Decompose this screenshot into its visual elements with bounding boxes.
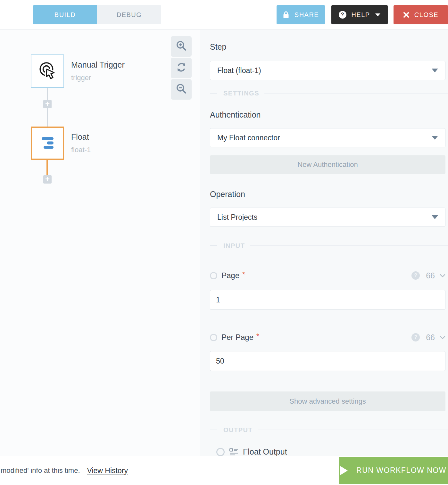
- page-help-icon[interactable]: ?: [411, 271, 420, 280]
- per-page-jsonpath-toggle[interactable]: [210, 334, 217, 341]
- divider-line: [250, 245, 448, 246]
- page-jsonpath-toggle[interactable]: [210, 272, 217, 279]
- caret-down-icon: [432, 215, 438, 219]
- chevron-down-icon[interactable]: [440, 274, 445, 277]
- share-label: SHARE: [295, 11, 319, 19]
- operation-select[interactable]: List Projects: [210, 208, 445, 227]
- main-area: Manual Trigger trigger +: [0, 30, 448, 456]
- run-workflow-now-button[interactable]: RUN WORKFLOW NOW: [339, 457, 448, 484]
- plus-icon: +: [45, 101, 50, 107]
- share-button[interactable]: SHARE: [277, 5, 325, 24]
- float-output-label: Float Output: [243, 447, 287, 456]
- connector-line-orange: [46, 160, 48, 175]
- tab-debug[interactable]: DEBUG: [97, 5, 161, 24]
- new-authentication-label: New Authentication: [297, 160, 358, 169]
- new-authentication-button[interactable]: New Authentication: [210, 155, 445, 174]
- run-workflow-label: RUN WORKFLOW NOW: [356, 466, 446, 475]
- page-type-badge: 66: [426, 271, 435, 280]
- per-page-help-icon[interactable]: ?: [411, 333, 420, 341]
- node-subtitle: trigger: [71, 74, 125, 82]
- node-title: Float: [71, 132, 91, 142]
- required-asterisk: *: [242, 270, 245, 279]
- input-section-label: INPUT: [223, 242, 245, 250]
- float-output-row[interactable]: Float Output: [216, 447, 445, 456]
- view-history-link[interactable]: View History: [87, 466, 128, 475]
- node-title: Manual Trigger: [71, 60, 125, 70]
- per-page-field-label: Per Page: [221, 333, 253, 342]
- page-input[interactable]: [210, 290, 445, 310]
- caret-down-icon: [432, 69, 438, 72]
- required-asterisk: *: [256, 332, 259, 341]
- authentication-heading: Authentication: [210, 110, 445, 119]
- operation-select-value: List Projects: [217, 213, 257, 222]
- output-section-divider: OUTPUT: [210, 426, 448, 434]
- node-float[interactable]: Float float-1: [31, 127, 91, 160]
- help-label: HELP: [351, 11, 370, 19]
- divider-line: [264, 93, 448, 94]
- manual-trigger-click-icon: [38, 61, 57, 82]
- refresh-icon: [176, 62, 187, 74]
- input-section-divider: INPUT: [210, 242, 448, 250]
- page-field-label: Page: [221, 271, 239, 280]
- lock-icon: [283, 11, 289, 19]
- chevron-down-icon[interactable]: [440, 336, 445, 339]
- show-advanced-settings-label: Show advanced settings: [289, 397, 366, 406]
- add-step-button-2[interactable]: +: [43, 175, 52, 184]
- per-page-input[interactable]: [210, 351, 445, 371]
- step-select[interactable]: Float (float-1): [210, 61, 445, 80]
- zoom-in-icon: [175, 40, 187, 53]
- workflow-builder-app: BUILD DEBUG SHARE ? HELP: [0, 0, 448, 485]
- field-row-page: Page * ? 66: [210, 271, 445, 280]
- reset-zoom-button[interactable]: [171, 58, 192, 78]
- help-button[interactable]: ? HELP: [331, 5, 388, 24]
- close-button[interactable]: CLOSE: [394, 5, 448, 24]
- output-schema-icon: [229, 448, 239, 456]
- step-properties-panel: Step Float (float-1) SETTINGS Authentica…: [200, 30, 448, 456]
- float-output-toggle[interactable]: [216, 448, 225, 456]
- step-select-value: Float (float-1): [217, 66, 261, 75]
- divider-dash: [210, 430, 217, 430]
- close-label: CLOSE: [414, 11, 438, 19]
- divider-line: [258, 430, 448, 430]
- float-node-box[interactable]: [31, 127, 64, 160]
- caret-down-icon: [375, 13, 380, 16]
- float-node-text: Float float-1: [71, 132, 91, 154]
- authentication-select-value: My Float connector: [217, 134, 280, 142]
- footer-message: modified' info at this time.: [1, 466, 80, 475]
- float-bars-icon: [38, 134, 57, 153]
- caret-down-icon: [432, 136, 438, 140]
- field-row-per-page: Per Page * ? 66: [210, 333, 445, 342]
- step-heading: Step: [210, 42, 445, 52]
- settings-section-divider: SETTINGS: [210, 89, 448, 97]
- settings-section-label: SETTINGS: [223, 90, 259, 97]
- build-debug-tab-group: BUILD DEBUG: [33, 5, 161, 24]
- manual-trigger-text: Manual Trigger trigger: [71, 60, 125, 82]
- zoom-in-button[interactable]: [171, 36, 192, 57]
- add-step-button-1[interactable]: +: [43, 100, 52, 108]
- header-bar: BUILD DEBUG SHARE ? HELP: [0, 0, 448, 30]
- divider-dash: [210, 245, 217, 246]
- zoom-out-icon: [175, 83, 187, 96]
- manual-trigger-node-box[interactable]: [31, 54, 64, 88]
- tab-build[interactable]: BUILD: [33, 5, 97, 24]
- play-icon: [340, 466, 348, 475]
- zoom-out-button[interactable]: [171, 79, 192, 100]
- workflow-canvas[interactable]: Manual Trigger trigger +: [0, 30, 200, 456]
- operation-heading: Operation: [210, 190, 445, 199]
- footer-bar: modified' info at this time. View Histor…: [0, 456, 448, 485]
- node-manual-trigger[interactable]: Manual Trigger trigger: [31, 54, 125, 88]
- question-circle-icon: ?: [339, 11, 346, 19]
- close-x-icon: [403, 12, 409, 18]
- node-subtitle: float-1: [71, 146, 91, 154]
- plus-icon: +: [45, 176, 50, 182]
- divider-dash: [210, 93, 217, 94]
- per-page-type-badge: 66: [426, 333, 435, 342]
- show-advanced-settings-button[interactable]: Show advanced settings: [210, 391, 445, 411]
- output-section-label: OUTPUT: [223, 426, 253, 434]
- authentication-select[interactable]: My Float connector: [210, 128, 445, 147]
